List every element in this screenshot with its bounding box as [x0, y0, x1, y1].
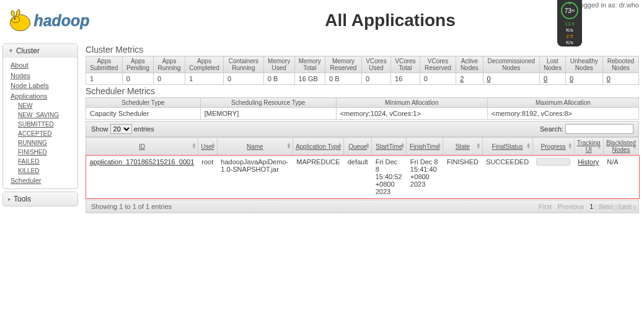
sort-icon: ▲▼ — [286, 143, 291, 149]
show-label: Show — [91, 125, 108, 133]
cell-user: root — [198, 156, 217, 198]
cluster-metric-value: 16 GB — [294, 73, 325, 85]
cell-finish: Fri Dec 8 15:41:40 +0800 2023 — [407, 156, 443, 198]
cluster-metric-value: 0 — [224, 73, 264, 85]
cluster-metric-header: Lost Nodes — [540, 56, 566, 73]
sidebar-link-applications[interactable]: Applications — [11, 91, 73, 102]
apps-column-header[interactable]: Blacklisted Nodes▲▼ — [603, 138, 638, 156]
scheduler-metric-header: Scheduling Resource Type — [200, 98, 336, 108]
cluster-metric-value: 16 — [391, 73, 420, 85]
cluster-metric-header: Unhealthy Nodes — [565, 56, 602, 73]
cluster-metric-header: Memory Total — [294, 56, 325, 73]
cluster-metric-header: Apps Pending — [122, 56, 153, 73]
content: Cluster Metrics Apps SubmittedApps Pendi… — [81, 41, 644, 216]
tracking-link[interactable]: History — [578, 158, 599, 166]
cell-progress — [532, 156, 574, 198]
monitor-widget: 73% 13.9K/s 2.5K/s — [557, 0, 582, 46]
apps-column-header[interactable]: State▲▼ — [443, 138, 482, 156]
sidebar-link-failed[interactable]: FAILED — [18, 157, 73, 166]
cluster-metric-value: 0 — [602, 73, 638, 85]
sort-icon: ▲▼ — [337, 143, 342, 149]
metric-link[interactable]: 0 — [487, 75, 491, 82]
sort-icon: ▲▼ — [632, 143, 637, 149]
cluster-metrics-table: Apps SubmittedApps PendingApps RunningAp… — [86, 56, 639, 85]
cluster-metric-header: Apps Running — [154, 56, 185, 73]
sidebar-cluster-header[interactable]: ▼ Cluster — [3, 44, 77, 58]
sidebar-link-scheduler[interactable]: Scheduler — [11, 175, 73, 186]
scheduler-metric-value: <memory:8192, vCores:8> — [487, 108, 638, 120]
scheduler-metrics-table: Scheduler TypeScheduling Resource TypeMi… — [86, 97, 639, 120]
svg-point-1 — [12, 16, 20, 22]
cluster-metric-header: VCores Reserved — [420, 56, 456, 73]
page-size-select[interactable]: 20 — [110, 124, 132, 134]
table-row: application_1701865215216_0001roothadoop… — [86, 156, 639, 198]
scheduler-metric-header: Scheduler Type — [86, 98, 201, 108]
sort-icon: ▲▼ — [192, 143, 196, 149]
cluster-metric-header: Containers Running — [224, 56, 264, 73]
collapse-icon: ▸ — [8, 196, 11, 202]
sidebar-link-nodes[interactable]: Nodes — [11, 71, 73, 81]
apps-column-header[interactable]: FinalStatus▲▼ — [482, 138, 532, 156]
metric-link[interactable]: 0 — [570, 75, 573, 82]
sort-icon: ▲▼ — [526, 143, 531, 149]
sidebar-link-new-saving[interactable]: NEW_SAVING — [18, 110, 73, 120]
pager-page[interactable]: 1 — [589, 203, 593, 210]
hadoop-logo[interactable]: hadoop — [7, 5, 144, 36]
sidebar-tools-panel: ▸ Tools — [2, 192, 78, 206]
cluster-metric-header: VCores Total — [391, 56, 420, 73]
cell-id: application_1701865215216_0001 — [86, 156, 198, 198]
apps-column-header[interactable]: ID▲▼ — [86, 138, 198, 156]
progress-bar — [536, 158, 570, 166]
sidebar-link-running[interactable]: RUNNING — [18, 138, 73, 148]
scheduler-metric-value: <memory:1024, vCores:1> — [336, 108, 487, 120]
apps-column-header[interactable]: StartTime▲▼ — [372, 138, 407, 156]
cluster-metric-header: Rebooted Nodes — [602, 56, 638, 73]
scheduler-metric-value: [MEMORY] — [200, 108, 336, 120]
showing-text: Showing 1 to 1 of 1 entries — [91, 203, 172, 210]
apps-column-header[interactable]: User▲▼ — [198, 138, 217, 156]
metric-link[interactable]: 0 — [544, 75, 547, 82]
scheduler-metric-header: Maximum Allocation — [487, 98, 638, 108]
apps-column-header[interactable]: Queue▲▼ — [344, 138, 372, 156]
sidebar-link-new[interactable]: NEW — [18, 101, 73, 110]
svg-point-2 — [14, 18, 15, 20]
cluster-metric-value: 1 — [86, 73, 123, 85]
pager-prev[interactable]: Previous — [557, 203, 584, 210]
sidebar-link-killed[interactable]: KILLED — [18, 166, 73, 175]
cluster-metric-header: Apps Completed — [185, 56, 224, 73]
sidebar-cluster-panel: ▼ Cluster About Nodes Node Labels Applic… — [2, 43, 78, 189]
watermark: CSDN @黄沫末 — [594, 203, 638, 212]
sidebar-link-node-labels[interactable]: Node Labels — [11, 81, 73, 91]
sidebar: ▼ Cluster About Nodes Node Labels Applic… — [0, 41, 81, 216]
cluster-metric-value: 2 — [456, 73, 483, 85]
sidebar-tools-header[interactable]: ▸ Tools — [3, 192, 77, 206]
metric-link[interactable]: 2 — [460, 75, 464, 82]
apps-column-header[interactable]: FinishTime▲▼ — [407, 138, 443, 156]
sort-icon: ▲▼ — [211, 143, 216, 149]
cluster-metric-value: 0 — [420, 73, 456, 85]
search-label: Search: — [540, 125, 563, 133]
sort-icon: ▲▼ — [365, 143, 370, 149]
apps-column-header[interactable]: Progress▲▼ — [532, 138, 574, 156]
cluster-metric-header: Active Nodes — [456, 56, 483, 73]
scheduler-metric-header: Minimum Allocation — [336, 98, 487, 108]
metric-link[interactable]: 0 — [607, 75, 611, 82]
sidebar-link-submitted[interactable]: SUBMITTED — [18, 120, 73, 129]
sidebar-link-accepted[interactable]: ACCEPTED — [18, 129, 73, 138]
header: hadoop All Applications — [0, 0, 644, 41]
cell-start: Fri Dec 8 15:40:52 +0800 2023 — [372, 156, 407, 198]
sidebar-link-about[interactable]: About — [11, 60, 73, 71]
cluster-metric-header: Decommissioned Nodes — [483, 56, 539, 73]
apps-column-header[interactable]: Application Type▲▼ — [293, 138, 343, 156]
cell-name: hadoopJavaApiDemo-1.0-SNAPSHOT.jar — [217, 156, 293, 198]
cluster-metrics-title: Cluster Metrics — [86, 45, 639, 55]
search-input[interactable] — [565, 124, 633, 134]
cell-blacklisted: N/A — [603, 156, 638, 198]
pager-first[interactable]: First — [539, 203, 552, 210]
apps-column-header[interactable]: Tracking UI▲▼ — [574, 138, 603, 156]
app-id-link[interactable]: application_1701865215216_0001 — [90, 158, 195, 166]
cluster-metric-value: 0 — [565, 73, 602, 85]
apps-column-header[interactable]: Name▲▼ — [217, 138, 293, 156]
sidebar-link-finished[interactable]: FINISHED — [18, 148, 73, 157]
cell-state: FINISHED — [443, 156, 482, 198]
